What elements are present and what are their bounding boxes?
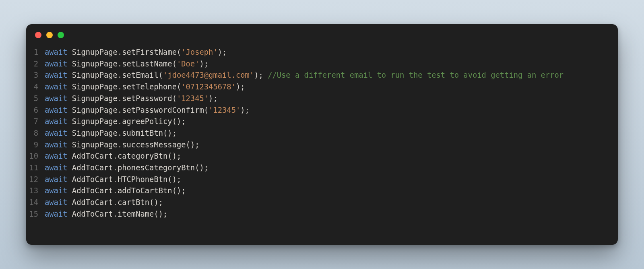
- window-controls: [26, 24, 618, 46]
- identifier-object: SignupPage: [72, 83, 118, 91]
- code-line: 13await AddToCart.addToCartBtn();: [26, 185, 618, 197]
- string-literal: '12345': [177, 94, 208, 103]
- close-icon[interactable]: [35, 32, 41, 38]
- dot-operator: .: [118, 60, 122, 68]
- paren-open: (: [172, 94, 177, 103]
- identifier-object: AddToCart: [72, 175, 113, 184]
- dot-operator: .: [118, 71, 122, 79]
- semicolon: ;: [259, 71, 263, 79]
- code-content: await AddToCart.HTCPhoneBtn();: [45, 174, 618, 186]
- code-line: 1await SignupPage.setFirstName('Joseph')…: [26, 47, 618, 58]
- dot-operator: .: [118, 129, 122, 137]
- identifier-method: setTelephone: [122, 83, 177, 91]
- code-line: 14await AddToCart.cartBtn();: [26, 197, 618, 209]
- identifier-object: AddToCart: [72, 186, 113, 195]
- keyword-await: await: [45, 141, 68, 149]
- keyword-await: await: [45, 94, 68, 103]
- semicolon: ;: [213, 94, 217, 103]
- dot-operator: .: [118, 141, 122, 149]
- string-literal: 'Doe': [177, 60, 200, 68]
- keyword-await: await: [45, 129, 68, 137]
- line-number: 1: [26, 47, 45, 58]
- paren-close: ): [177, 186, 181, 195]
- paren-close: ): [177, 117, 181, 126]
- dot-operator: .: [118, 94, 122, 103]
- dot-operator: .: [113, 198, 118, 207]
- line-number: 7: [26, 116, 45, 128]
- dot-operator: .: [113, 210, 118, 218]
- dot-operator: .: [113, 152, 118, 160]
- keyword-await: await: [45, 152, 68, 160]
- dot-operator: .: [118, 48, 122, 56]
- paren-close: ): [254, 71, 258, 79]
- keyword-await: await: [45, 48, 68, 56]
- line-number: 14: [26, 197, 45, 209]
- identifier-object: SignupPage: [72, 129, 118, 137]
- string-literal: '12345': [208, 106, 240, 114]
- identifier-method: setFirstName: [122, 48, 177, 56]
- paren-close: ): [218, 48, 222, 56]
- maximize-icon[interactable]: [58, 32, 64, 38]
- identifier-method: submitBtn: [122, 129, 163, 137]
- paren-close: ): [200, 60, 204, 68]
- code-content: await SignupPage.setLastName('Doe');: [45, 58, 618, 70]
- code-content: await AddToCart.categoryBtn();: [45, 151, 618, 162]
- paren-open: (: [186, 141, 190, 149]
- identifier-method: successMessage: [122, 141, 186, 149]
- identifier-object: SignupPage: [72, 48, 118, 56]
- paren-close: ): [236, 83, 240, 91]
- code-content: await SignupPage.setPassword('12345');: [45, 93, 618, 105]
- line-number: 6: [26, 105, 45, 116]
- code-window: 1await SignupPage.setFirstName('Joseph')…: [26, 24, 618, 245]
- code-content: await SignupPage.setEmail('jdoe4473@gmai…: [45, 70, 618, 81]
- keyword-await: await: [45, 210, 68, 218]
- paren-open: (: [172, 60, 177, 68]
- code-line: 9await SignupPage.successMessage();: [26, 139, 618, 151]
- line-number: 15: [26, 209, 45, 220]
- code-line: 7await SignupPage.agreePolicy();: [26, 116, 618, 128]
- dot-operator: .: [113, 175, 118, 184]
- semicolon: ;: [159, 198, 163, 207]
- code-line: 3await SignupPage.setEmail('jdoe4473@gma…: [26, 70, 618, 81]
- code-content: await AddToCart.addToCartBtn();: [45, 185, 618, 197]
- semicolon: ;: [177, 152, 181, 160]
- keyword-await: await: [45, 71, 68, 79]
- identifier-object: SignupPage: [72, 106, 118, 114]
- string-literal: 'jdoe4473@gmail.com': [163, 71, 254, 79]
- code-content: await AddToCart.cartBtn();: [45, 197, 618, 209]
- identifier-object: AddToCart: [72, 198, 113, 207]
- paren-open: (: [167, 152, 172, 160]
- code-line: 6await SignupPage.setPasswordConfirm('12…: [26, 105, 618, 116]
- comment: //Use a different email to run the test …: [268, 71, 564, 79]
- identifier-object: SignupPage: [72, 60, 118, 68]
- semicolon: ;: [195, 141, 199, 149]
- identifier-object: SignupPage: [72, 141, 118, 149]
- string-literal: '0712345678': [181, 83, 236, 91]
- code-line: 5await SignupPage.setPassword('12345');: [26, 93, 618, 105]
- paren-close: ): [172, 175, 177, 184]
- identifier-object: AddToCart: [72, 210, 113, 218]
- code-line: 4await SignupPage.setTelephone('07123456…: [26, 81, 618, 93]
- keyword-await: await: [45, 117, 68, 126]
- keyword-await: await: [45, 60, 68, 68]
- line-number: 11: [26, 162, 45, 174]
- identifier-method: itemName: [118, 210, 154, 218]
- semicolon: ;: [245, 106, 250, 114]
- identifier-object: AddToCart: [72, 163, 113, 172]
- code-editor: 1await SignupPage.setFirstName('Joseph')…: [26, 46, 618, 226]
- code-line: 12await AddToCart.HTCPhoneBtn();: [26, 174, 618, 186]
- code-content: await SignupPage.setPasswordConfirm('123…: [45, 105, 618, 116]
- semicolon: ;: [181, 186, 186, 195]
- minimize-icon[interactable]: [46, 32, 53, 38]
- paren-open: (: [154, 210, 158, 218]
- string-literal: 'Joseph': [181, 48, 217, 56]
- semicolon: ;: [177, 175, 181, 184]
- identifier-object: SignupPage: [72, 117, 118, 126]
- paren-close: ): [167, 129, 172, 137]
- paren-open: (: [172, 186, 177, 195]
- identifier-object: SignupPage: [72, 71, 118, 79]
- paren-open: (: [172, 117, 177, 126]
- identifier-object: SignupPage: [72, 94, 118, 103]
- paren-close: ): [159, 210, 163, 218]
- identifier-method: cartBtn: [118, 198, 149, 207]
